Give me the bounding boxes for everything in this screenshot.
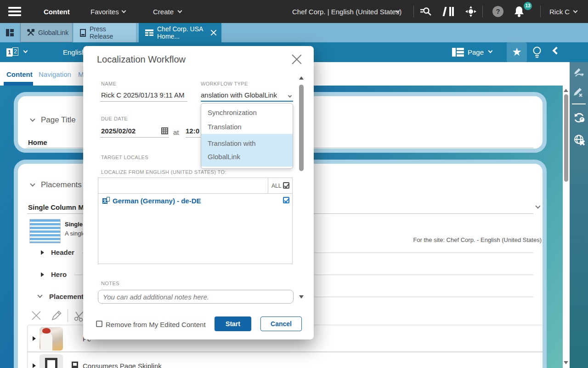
collapse-placement1-icon[interactable] bbox=[37, 293, 42, 298]
tab-press-release[interactable]: Press Release bbox=[74, 23, 136, 42]
locale-row[interactable]: 文 German (Germany) - de-DE bbox=[98, 194, 292, 208]
chevron-down-icon bbox=[288, 94, 292, 98]
edit-redirect-icon[interactable] bbox=[573, 68, 584, 79]
press-release-icon bbox=[80, 29, 86, 37]
active-tab-underline bbox=[4, 82, 33, 86]
tab-globallink[interactable]: GlobalLink bbox=[20, 23, 73, 42]
nav-favorites[interactable]: Favorites bbox=[90, 8, 119, 16]
chevron-down-icon[interactable] bbox=[178, 9, 182, 13]
section-title: Placements bbox=[41, 180, 82, 190]
edit-pencil-icon[interactable] bbox=[51, 310, 62, 321]
chevron-down-icon[interactable] bbox=[122, 9, 126, 13]
main-scrollbar[interactable] bbox=[563, 62, 570, 368]
layout-select[interactable]: Single Column Mul bbox=[28, 203, 90, 211]
help-icon[interactable]: ? bbox=[492, 6, 503, 17]
due-date-input[interactable]: 2025/02/02 bbox=[100, 127, 169, 138]
name-label: NAME bbox=[101, 81, 116, 86]
nav-content[interactable]: Content bbox=[44, 8, 70, 16]
chevron-down-icon[interactable] bbox=[23, 49, 28, 53]
page-layout-icon bbox=[452, 48, 464, 57]
remove-from-edited-label: Remove from My Edited Content bbox=[106, 321, 206, 328]
hamburger-menu-icon[interactable] bbox=[8, 7, 21, 16]
hero-section-label[interactable]: Hero bbox=[51, 270, 67, 278]
language-label: English bbox=[63, 48, 85, 56]
reports-icon[interactable] bbox=[442, 6, 455, 17]
target-locate-icon[interactable] bbox=[465, 6, 477, 18]
tab-chef-corp-usa-home[interactable]: Chef Corp. USA Home... bbox=[139, 23, 221, 42]
delete-icon[interactable] bbox=[31, 310, 42, 321]
collapse-panel-icon[interactable] bbox=[553, 47, 560, 55]
document-tabbar: GlobalLink Press Release Chef Corp. USA … bbox=[0, 23, 588, 42]
workflow-type-label: WORKFLOW TYPE bbox=[201, 81, 248, 86]
tab-content[interactable]: Content bbox=[6, 70, 33, 78]
app-root: Content Favorites Create Chef Corp. | En… bbox=[0, 0, 588, 368]
edit-disabled-icon[interactable] bbox=[573, 87, 584, 98]
option-synchronization[interactable]: Synchronization bbox=[201, 105, 293, 120]
favorite-star-button[interactable]: ★ bbox=[507, 42, 527, 62]
chevron-down-icon[interactable] bbox=[573, 9, 578, 13]
divider bbox=[413, 6, 414, 17]
start-button[interactable]: Start bbox=[215, 316, 251, 331]
page-menu[interactable]: Page bbox=[468, 48, 484, 56]
site-selector[interactable]: Chef Corp. | English (United States) bbox=[292, 8, 401, 16]
expand-row-icon[interactable] bbox=[33, 336, 36, 341]
name-input[interactable]: Rick C 2025/01/13 9:11 AM bbox=[100, 91, 187, 102]
chevron-down-icon[interactable] bbox=[488, 49, 493, 53]
notes-placeholder: You can add additional notes here. bbox=[103, 293, 209, 301]
scrollbar-thumb[interactable] bbox=[299, 85, 304, 171]
divider bbox=[540, 6, 541, 17]
advanced-search-icon[interactable] bbox=[420, 6, 432, 17]
locale-filter-input[interactable] bbox=[98, 178, 267, 193]
lightbulb-icon[interactable] bbox=[532, 46, 542, 59]
layout-thumbnail bbox=[29, 219, 61, 243]
notification-badge: 13 bbox=[524, 2, 532, 10]
remove-from-edited-checkbox[interactable] bbox=[96, 321, 102, 327]
expand-header-icon[interactable] bbox=[41, 250, 44, 255]
locale-checkbox[interactable] bbox=[283, 197, 289, 203]
nav-create[interactable]: Create bbox=[153, 8, 174, 16]
page-title-input[interactable]: Home bbox=[28, 138, 47, 146]
due-time-input[interactable]: 12:0 bbox=[186, 127, 201, 138]
calendar-icon[interactable] bbox=[161, 127, 168, 134]
scroll-up-icon[interactable] bbox=[564, 89, 568, 92]
versions-icon[interactable]: 1 2 bbox=[6, 47, 19, 58]
option-translation[interactable]: Translation bbox=[201, 120, 293, 134]
notes-textarea[interactable]: You can add additional notes here. bbox=[98, 290, 294, 304]
option-translation-with-globallink[interactable]: Translation with GlobalLink bbox=[201, 134, 293, 167]
site-note: For the site: Chef Corp. - English (Unit… bbox=[312, 236, 542, 243]
tab-navigation[interactable]: Navigation bbox=[39, 70, 71, 78]
content-row[interactable]: Consumers Page Skiplink bbox=[27, 352, 545, 368]
cancel-button[interactable]: Cancel bbox=[260, 316, 302, 331]
section-title: Page Title bbox=[41, 115, 76, 125]
all-checkbox[interactable] bbox=[283, 182, 289, 189]
notes-label: NOTES bbox=[101, 281, 119, 286]
collapse-section-icon[interactable] bbox=[30, 116, 35, 121]
workflow-type-select[interactable]: anslation with GlobalLink bbox=[201, 91, 293, 102]
scrollbar-thumb[interactable] bbox=[564, 94, 568, 182]
locale-label: German (Germany) - de-DE bbox=[113, 197, 201, 205]
locale-filter-row: ALL bbox=[98, 178, 292, 194]
scroll-down-icon[interactable] bbox=[299, 295, 304, 299]
header-section-label[interactable]: Header bbox=[51, 248, 74, 256]
sync-status-icon[interactable] bbox=[573, 112, 585, 124]
user-menu[interactable]: Rick C bbox=[549, 8, 570, 16]
expand-hero-icon[interactable] bbox=[41, 272, 44, 277]
snippet-icon bbox=[72, 362, 78, 368]
tab-list-button[interactable] bbox=[0, 23, 20, 42]
due-date-label: DUE DATE bbox=[101, 116, 128, 121]
globe-remove-icon[interactable] bbox=[573, 134, 586, 147]
collapse-section-icon[interactable] bbox=[30, 181, 35, 186]
target-locales-label: TARGET LOCALES bbox=[101, 155, 148, 160]
close-dialog-icon[interactable] bbox=[290, 52, 304, 66]
notifications-bell-icon[interactable] bbox=[514, 6, 525, 17]
chevron-down-icon[interactable] bbox=[535, 203, 540, 208]
expand-row-icon[interactable] bbox=[33, 363, 36, 368]
close-tab-icon[interactable] bbox=[210, 29, 215, 36]
row-label: Consumers Page Skiplink bbox=[83, 362, 162, 368]
scroll-up-icon[interactable] bbox=[299, 76, 304, 80]
dialog-scrollbar[interactable] bbox=[298, 75, 305, 303]
target-locales-list: ALL 文 German (Germany) - de-DE bbox=[98, 178, 293, 264]
divider bbox=[68, 309, 68, 322]
divider bbox=[268, 178, 268, 193]
scroll-down-icon[interactable] bbox=[564, 361, 568, 364]
